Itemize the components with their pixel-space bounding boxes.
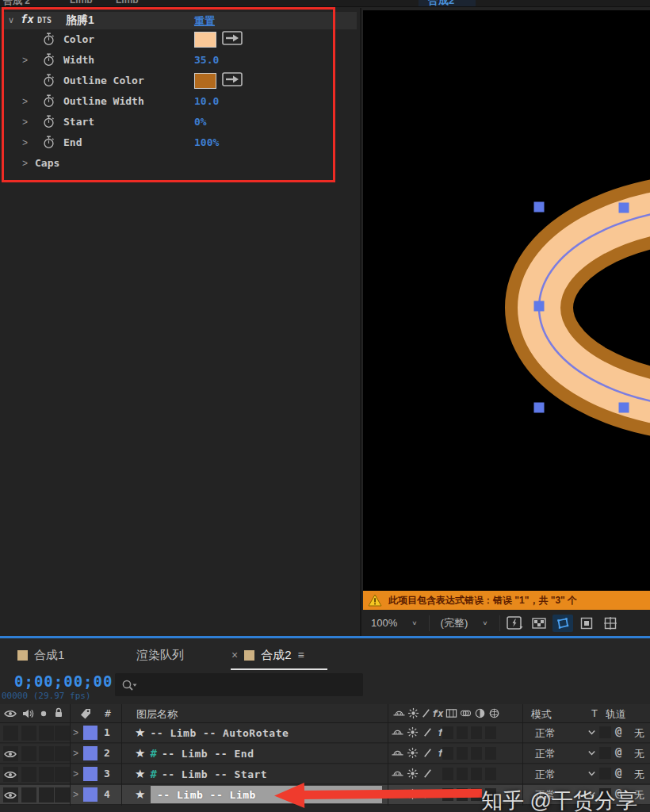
switch-cell[interactable] [485, 726, 496, 739]
collapse-transform-icon[interactable] [407, 726, 419, 738]
expression-error-banner[interactable]: 此项目包含表达式错误：错误 "1"，共 "3" 个 [363, 591, 650, 610]
layer-label-swatch[interactable] [83, 726, 98, 740]
expander-icon[interactable]: > [73, 748, 78, 759]
tab-comp1[interactable]: 合成1 [17, 643, 64, 667]
stopwatch-icon[interactable] [43, 74, 55, 87]
search-input[interactable] [115, 673, 363, 696]
solo-toggle[interactable] [39, 746, 54, 761]
blend-mode-dropdown[interactable]: 正常 [535, 726, 556, 741]
quality-icon[interactable] [420, 707, 432, 719]
blend-mode-dropdown[interactable]: 正常 [535, 747, 556, 761]
lock-toggle[interactable] [55, 767, 70, 782]
speaker-icon[interactable] [21, 707, 34, 720]
frame-blend-icon[interactable] [445, 707, 457, 719]
visibility-toggle[interactable] [3, 787, 18, 802]
property-value[interactable]: 100% [194, 136, 219, 148]
track-matte-value[interactable]: 无 [634, 768, 644, 782]
audio-toggle[interactable] [21, 767, 36, 782]
close-icon[interactable]: × [231, 649, 238, 661]
path-vertex-handle[interactable] [619, 203, 629, 213]
expression-link-icon[interactable] [222, 31, 243, 45]
property-value[interactable]: 10.0 [194, 95, 219, 107]
layer-row-1[interactable]: > 1 ★ # -- Limb -- AutoRotate 正常 @ 无 [0, 723, 650, 743]
region-of-interest-button[interactable] [576, 615, 597, 632]
audio-toggle[interactable] [21, 726, 36, 741]
quality-icon[interactable] [422, 747, 434, 759]
resolution-dropdown[interactable]: (完整) ∨ [433, 614, 496, 633]
blend-mode-dropdown[interactable]: 正常 [535, 768, 556, 782]
stopwatch-icon[interactable] [43, 33, 55, 46]
comp-viewer-tab-remnant[interactable]: 合成2 [419, 0, 476, 7]
current-timecode[interactable]: 0;00;00;00 [14, 672, 113, 690]
layer-name[interactable]: -- Limb -- Limb [157, 789, 256, 801]
audio-toggle[interactable] [21, 746, 36, 761]
fast-preview-button[interactable] [505, 615, 526, 632]
transparency-grid-button[interactable] [529, 615, 549, 632]
stopwatch-icon[interactable] [43, 53, 55, 67]
switch-cell[interactable] [442, 726, 453, 739]
motion-blur-icon[interactable] [460, 707, 472, 719]
path-vertex-handle[interactable] [534, 301, 545, 312]
adjustment-layer-icon[interactable] [474, 707, 486, 719]
layer-label-swatch[interactable] [83, 787, 98, 802]
switch-cell[interactable] [471, 726, 482, 739]
visibility-toggle[interactable] [3, 746, 18, 761]
magnification-dropdown[interactable]: 100% ∨ [363, 614, 426, 633]
switch-cell[interactable] [442, 747, 453, 760]
color-swatch[interactable] [194, 32, 216, 48]
tab-comp2-active[interactable]: × 合成2 ≡ [231, 643, 304, 667]
solo-icon[interactable] [37, 707, 50, 720]
color-swatch[interactable] [194, 73, 216, 89]
tab-render-queue[interactable]: 渲染队列 [136, 643, 184, 667]
solo-toggle[interactable] [39, 767, 54, 782]
visibility-toggle[interactable] [3, 767, 18, 782]
panel-menu-icon[interactable]: ≡ [298, 649, 304, 661]
expander-icon[interactable]: > [22, 137, 28, 148]
collapse-transform-icon[interactable] [407, 707, 419, 719]
quality-icon[interactable] [422, 726, 434, 738]
lock-icon[interactable] [52, 707, 65, 719]
expander-icon[interactable]: > [73, 789, 78, 800]
expander-icon[interactable]: > [73, 768, 78, 779]
expander-icon[interactable]: > [73, 727, 78, 738]
mask-path-visibility-button[interactable] [552, 615, 573, 632]
track-matte-swirl-icon[interactable]: @ [615, 745, 621, 758]
column-track-matte[interactable]: 轨道 [606, 707, 626, 722]
switch-cell[interactable] [457, 726, 468, 739]
audio-toggle[interactable] [21, 787, 36, 802]
column-t[interactable]: T [591, 707, 598, 719]
label-tag-icon[interactable] [79, 707, 92, 720]
bounding-handle[interactable] [534, 202, 545, 213]
switch-cell[interactable] [471, 747, 482, 760]
track-matte-value[interactable]: 无 [634, 747, 644, 761]
expander-icon[interactable]: > [22, 117, 28, 128]
composition-canvas[interactable] [363, 10, 650, 591]
column-mode[interactable]: 模式 [531, 707, 552, 722]
switch-cell[interactable] [457, 747, 468, 760]
path-vertex-handle[interactable] [619, 403, 629, 413]
exposure-button[interactable] [600, 615, 621, 632]
expander-icon[interactable]: > [22, 96, 28, 107]
solo-toggle[interactable] [39, 726, 54, 741]
switch-cell[interactable] [485, 747, 496, 760]
chevron-down-icon[interactable]: ∨ [8, 15, 14, 25]
lock-toggle[interactable] [55, 787, 70, 802]
stopwatch-icon[interactable] [43, 94, 55, 108]
bounding-handle[interactable] [534, 403, 545, 413]
shy-icon[interactable] [392, 726, 403, 738]
layer-label-swatch[interactable] [83, 767, 98, 781]
track-matte-swirl-icon[interactable]: @ [615, 725, 621, 737]
expander-icon[interactable]: > [22, 55, 28, 66]
track-matte-toggle[interactable] [599, 726, 611, 738]
shy-icon[interactable] [393, 707, 405, 719]
column-number[interactable]: # [105, 707, 111, 719]
expander-icon[interactable]: > [22, 158, 28, 169]
track-matte-value[interactable]: 无 [634, 726, 644, 741]
layer-row-2[interactable]: > 2 ★ # -- Limb -- End 正常 @ 无 [0, 744, 650, 764]
track-matte-toggle[interactable] [599, 747, 611, 759]
layer-name[interactable]: -- Limb -- Start [162, 768, 267, 780]
visibility-toggle[interactable] [3, 726, 18, 741]
shy-icon[interactable] [392, 747, 403, 759]
fx-icon[interactable] [431, 707, 445, 719]
column-layer-name[interactable]: 图层名称 [136, 707, 178, 722]
